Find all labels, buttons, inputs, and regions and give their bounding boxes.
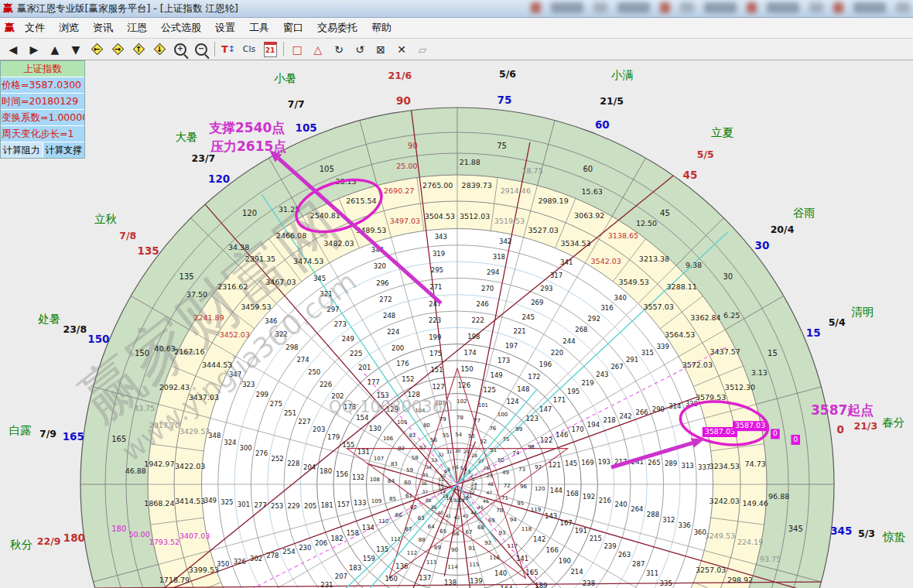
- svg-text:60: 60: [583, 165, 593, 173]
- pan-left-button[interactable]: ←: [87, 40, 107, 58]
- svg-text:174: 174: [464, 349, 477, 357]
- svg-text:226: 226: [320, 381, 332, 388]
- draw-square-button[interactable]: □: [287, 40, 307, 58]
- solar-term-label: 谷雨: [793, 207, 816, 219]
- calendar-button[interactable]: 21: [260, 40, 280, 58]
- svg-text:3422.03: 3422.03: [175, 462, 205, 470]
- calc-support-button[interactable]: 计算支撑: [43, 142, 85, 158]
- svg-text:121: 121: [549, 461, 561, 469]
- time-axis-button[interactable]: T↕: [218, 40, 238, 58]
- svg-text:183: 183: [349, 564, 361, 572]
- svg-text:3414.53: 3414.53: [175, 497, 205, 505]
- menu-item-4[interactable]: 公式选股: [154, 21, 208, 35]
- svg-text:75: 75: [497, 142, 507, 150]
- blur-blob: [833, 2, 843, 13]
- svg-text:57: 57: [419, 445, 426, 451]
- pan-up-button[interactable]: ↑: [128, 40, 149, 58]
- svg-text:3063.92: 3063.92: [574, 211, 604, 220]
- svg-text:229: 229: [288, 502, 300, 510]
- svg-text:144: 144: [550, 487, 563, 494]
- menu-item-1[interactable]: 浏览: [52, 21, 86, 35]
- svg-text:90: 90: [408, 142, 418, 150]
- svg-text:134: 134: [362, 524, 374, 532]
- svg-text:194: 194: [587, 421, 600, 429]
- rotate-ccw-button[interactable]: ↺: [350, 40, 370, 58]
- svg-text:0: 0: [793, 435, 798, 443]
- svg-text:223: 223: [429, 316, 441, 324]
- svg-text:68: 68: [477, 525, 484, 531]
- svg-text:296: 296: [376, 279, 388, 287]
- svg-text:106: 106: [383, 436, 394, 442]
- menu-item-7[interactable]: 窗口: [276, 21, 310, 35]
- svg-text:150: 150: [460, 365, 473, 373]
- svg-text:50.00: 50.00: [129, 530, 150, 538]
- svg-text:214: 214: [570, 568, 583, 576]
- svg-text:1868.24: 1868.24: [144, 499, 174, 508]
- svg-text:87: 87: [405, 526, 412, 532]
- svg-text:302: 302: [250, 555, 262, 562]
- degree-label-30: 30: [755, 239, 770, 251]
- pan-right-button[interactable]: →: [108, 40, 128, 58]
- svg-text:3519.53: 3519.53: [494, 217, 525, 225]
- svg-text:245: 245: [522, 313, 535, 321]
- svg-text:3587.03: 3587.03: [705, 427, 735, 436]
- nav-up-button[interactable]: ▲: [45, 40, 65, 58]
- svg-text:73: 73: [518, 467, 525, 473]
- svg-text:83: 83: [391, 461, 398, 467]
- menu-item-9[interactable]: 帮助: [364, 21, 398, 35]
- menu-item-6[interactable]: 工具: [242, 21, 276, 35]
- nav-right-button[interactable]: ▶: [24, 40, 44, 58]
- scale-tool-button[interactable]: ✕: [392, 40, 412, 58]
- svg-text:99: 99: [515, 426, 522, 432]
- menu-item-8[interactable]: 交易委托: [310, 21, 364, 35]
- svg-text:166: 166: [546, 546, 559, 554]
- close-box-button[interactable]: ⊠: [371, 40, 391, 58]
- svg-text:200: 200: [392, 344, 404, 352]
- svg-text:175: 175: [429, 350, 442, 357]
- date-label-21/3: 21/3: [853, 420, 877, 432]
- draw-triangle-button[interactable]: △: [308, 40, 328, 58]
- svg-text:40: 40: [437, 510, 443, 515]
- menu-item-0[interactable]: 文件: [18, 21, 52, 35]
- date-label-21/5: 21/5: [600, 95, 624, 107]
- svg-text:137: 137: [419, 574, 431, 582]
- svg-text:244: 244: [563, 337, 575, 345]
- solar-term-label: 白露: [9, 424, 32, 436]
- rotate-cw-button[interactable]: ↻: [329, 40, 349, 58]
- degree-label-0: 0: [836, 423, 843, 436]
- svg-text:94: 94: [510, 517, 517, 523]
- svg-text:3467.03: 3467.03: [265, 278, 296, 286]
- svg-text:12.50: 12.50: [636, 219, 657, 227]
- nav-down-button[interactable]: ▼: [66, 40, 86, 58]
- zoom-out-button[interactable]: −: [191, 40, 211, 58]
- svg-text:101: 101: [478, 402, 488, 409]
- zoom-in-button[interactable]: +: [170, 40, 190, 58]
- svg-text:193: 193: [598, 458, 610, 466]
- svg-text:150: 150: [135, 349, 149, 357]
- svg-text:289: 289: [665, 460, 677, 467]
- cls-button[interactable]: Cls: [239, 40, 259, 58]
- svg-text:2167.16: 2167.16: [174, 347, 204, 356]
- svg-text:312: 312: [662, 516, 675, 524]
- svg-text:90: 90: [451, 547, 458, 553]
- calc-resistance-button[interactable]: 计算阻力: [1, 142, 43, 158]
- menu-item-5[interactable]: 设置: [208, 21, 242, 35]
- svg-text:298.92: 298.92: [727, 576, 753, 584]
- svg-text:93.75: 93.75: [760, 555, 781, 563]
- svg-text:141: 141: [516, 555, 528, 562]
- svg-text:3557.03: 3557.03: [643, 303, 673, 311]
- menu-item-2[interactable]: 资讯: [86, 21, 120, 35]
- svg-text:3138.65: 3138.65: [608, 231, 638, 240]
- svg-text:149.46: 149.46: [743, 499, 768, 508]
- pan-down-button[interactable]: ↓: [149, 40, 169, 58]
- svg-text:197: 197: [505, 342, 518, 350]
- eraser-button[interactable]: ▱: [412, 40, 433, 58]
- nav-left-button[interactable]: ◀: [3, 40, 23, 58]
- svg-text:72: 72: [504, 483, 511, 489]
- menu-item-3[interactable]: 江恩: [120, 21, 154, 35]
- svg-text:41: 41: [445, 513, 451, 518]
- svg-text:96: 96: [520, 484, 527, 490]
- svg-text:136: 136: [395, 562, 408, 570]
- date-label-7/9: 7/9: [39, 428, 56, 439]
- svg-text:63: 63: [418, 515, 425, 521]
